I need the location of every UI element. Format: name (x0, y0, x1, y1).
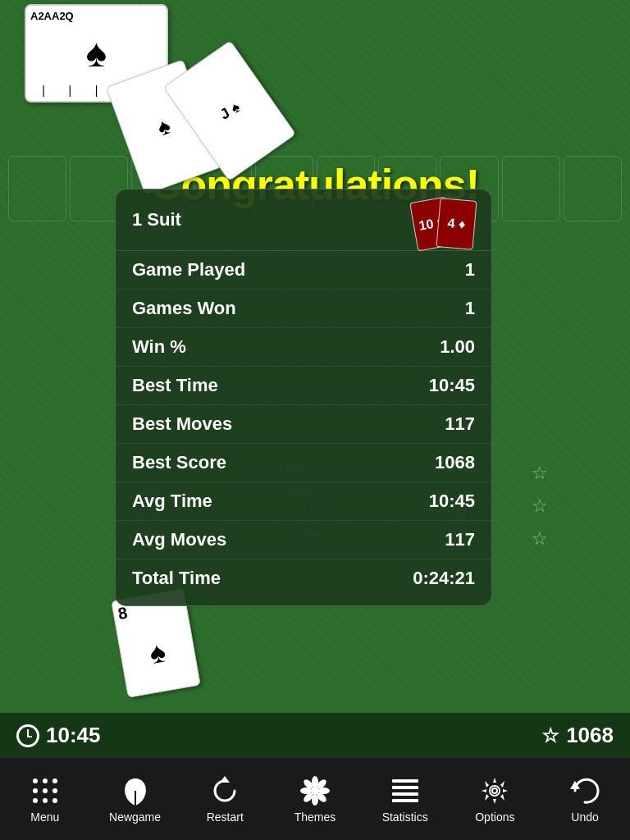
timer-display: 10:45 (46, 723, 101, 748)
ghost-star-1: ☆ (532, 463, 548, 484)
stats-row-7: Avg Moves117 (116, 521, 491, 559)
stats-value-8: 0:24:21 (413, 568, 475, 589)
undo-icon (568, 774, 601, 807)
stats-value-4: 117 (445, 413, 475, 435)
svg-point-8 (52, 798, 57, 803)
stats-row-1: Games Won1 (116, 290, 491, 328)
stats-label-5: Best Score (132, 452, 226, 473)
stats-value-7: 117 (445, 529, 475, 550)
svg-rect-21 (392, 786, 418, 789)
nav-label-restart: Restart (207, 810, 244, 824)
stats-row-0: Game Played1 (116, 251, 491, 290)
nav-item-restart[interactable]: Restart (184, 774, 266, 824)
stats-label-0: Game Played (132, 259, 245, 281)
nav-item-menu[interactable]: Menu (4, 774, 86, 824)
stats-value-3: 10:45 (429, 375, 475, 396)
modal-header: 1 Suit 10 ♥ 4 ♦ (116, 189, 491, 251)
stats-modal: 1 Suit 10 ♥ 4 ♦ Game Played1Games Won1Wi… (115, 189, 492, 606)
restart-icon (208, 774, 241, 807)
clock-hand-m (27, 736, 32, 737)
status-time: 10:45 (16, 723, 101, 748)
svg-rect-22 (392, 792, 418, 796)
svg-point-5 (33, 798, 38, 803)
bottom-card-suit-icon: ♠ (120, 613, 195, 692)
stats-label-8: Total Time (132, 568, 221, 589)
flying-card-1-suit: ♠ (154, 112, 175, 141)
status-bar: 10:45 ☆ 1068 (0, 713, 630, 758)
stats-row-4: Best Moves117 (116, 405, 491, 444)
clock-icon (16, 724, 39, 747)
svg-rect-23 (392, 799, 418, 802)
stats-label-2: Win % (132, 336, 186, 358)
nav-label-menu: Menu (30, 810, 59, 824)
nav-label-themes: Themes (294, 810, 336, 824)
ghost-star-2: ☆ (532, 495, 548, 517)
nav-label-newgame: Newgame (109, 810, 161, 824)
svg-rect-20 (392, 779, 418, 783)
stats-row-2: Win %1.00 (116, 328, 491, 367)
leaf-icon (119, 774, 152, 807)
stats-value-1: 1 (465, 298, 475, 319)
stats-label-4: Best Moves (132, 413, 232, 435)
svg-point-6 (52, 778, 57, 783)
ghost-star-3: ☆ (532, 528, 548, 550)
top-card-label: A2AA2Q (30, 10, 162, 22)
ghost-stars: ☆ ☆ ☆ (532, 463, 548, 550)
score-star-icon: ☆ (541, 724, 559, 747)
stats-label-1: Games Won (132, 298, 236, 319)
stats-row-3: Best Time10:45 (116, 367, 491, 405)
svg-marker-10 (220, 776, 230, 783)
svg-point-1 (43, 788, 48, 793)
nav-label-undo: Undo (571, 810, 598, 824)
stats-label-3: Best Time (132, 375, 218, 396)
svg-point-7 (52, 788, 57, 793)
nav-item-options[interactable]: Options (454, 774, 536, 824)
nav-label-options: Options (475, 810, 514, 824)
stats-row-8: Total Time0:24:21 (116, 559, 491, 597)
flying-card-2-label: J ♠ (217, 98, 243, 123)
nav-label-statistics: Statistics (382, 810, 428, 824)
nav-bar: Menu Newgame Restart Themes (0, 758, 630, 840)
svg-point-4 (33, 788, 38, 793)
stats-label-6: Avg Time (132, 491, 212, 512)
stats-row-5: Best Score1068 (116, 444, 491, 482)
stats-value-0: 1 (465, 259, 475, 281)
stats-value-5: 1068 (435, 452, 475, 473)
stats-row-6: Avg Time10:45 (116, 482, 491, 521)
stats-rows-container: Game Played1Games Won1Win %1.00Best Time… (116, 251, 491, 597)
clock-hand-h (27, 729, 29, 736)
status-score: ☆ 1068 (541, 723, 614, 748)
score-display: 1068 (566, 723, 614, 748)
suit-label: 1 Suit (132, 209, 181, 231)
svg-point-2 (43, 798, 48, 803)
gear-icon (478, 774, 511, 807)
statistics-icon (389, 774, 422, 807)
stats-value-2: 1.00 (440, 336, 475, 358)
stats-label-7: Avg Moves (132, 529, 226, 550)
nav-item-newgame[interactable]: Newgame (94, 774, 176, 824)
flower-icon (299, 774, 331, 807)
stats-value-6: 10:45 (429, 491, 475, 512)
svg-point-0 (43, 778, 48, 783)
nav-item-themes[interactable]: Themes (274, 774, 356, 824)
modal-card-2: 4 ♦ (436, 198, 477, 250)
nav-item-undo[interactable]: Undo (544, 774, 626, 824)
nav-item-statistics[interactable]: Statistics (364, 774, 446, 824)
menu-icon (29, 774, 62, 807)
svg-point-3 (33, 778, 38, 783)
